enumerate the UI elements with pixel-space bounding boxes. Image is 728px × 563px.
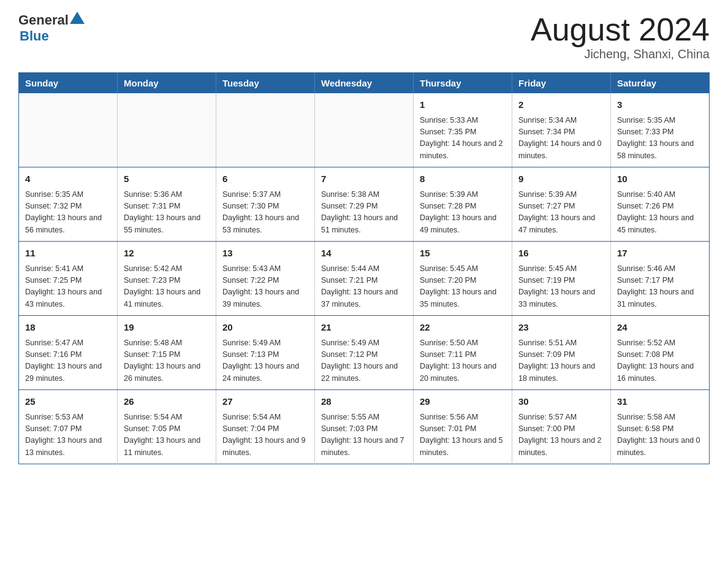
calendar-cell: 15Sunrise: 5:45 AM Sunset: 7:20 PM Dayli…: [414, 242, 512, 316]
day-number: 6: [222, 172, 308, 186]
calendar-cell: 26Sunrise: 5:54 AM Sunset: 7:05 PM Dayli…: [118, 390, 216, 464]
calendar-table: SundayMondayTuesdayWednesdayThursdayFrid…: [18, 72, 710, 464]
day-number: 11: [25, 247, 111, 261]
calendar-cell: 18Sunrise: 5:47 AM Sunset: 7:16 PM Dayli…: [19, 316, 118, 390]
day-info: Sunrise: 5:46 AM Sunset: 7:17 PM Dayligh…: [617, 263, 703, 311]
logo: General Blue: [18, 12, 85, 44]
calendar-cell: 19Sunrise: 5:48 AM Sunset: 7:15 PM Dayli…: [118, 316, 216, 390]
calendar-cell: [19, 93, 118, 167]
logo-triangle-icon: [70, 12, 85, 24]
calendar-cell: 13Sunrise: 5:43 AM Sunset: 7:22 PM Dayli…: [216, 242, 315, 316]
calendar-cell: 8Sunrise: 5:39 AM Sunset: 7:28 PM Daylig…: [414, 167, 512, 242]
calendar-cell: 2Sunrise: 5:34 AM Sunset: 7:34 PM Daylig…: [512, 93, 611, 167]
day-info: Sunrise: 5:57 AM Sunset: 7:00 PM Dayligh…: [518, 412, 604, 459]
calendar-cell: 4Sunrise: 5:35 AM Sunset: 7:32 PM Daylig…: [19, 167, 118, 242]
day-number: 17: [617, 247, 703, 261]
calendar-week-row: 1Sunrise: 5:33 AM Sunset: 7:35 PM Daylig…: [19, 93, 710, 167]
day-number: 29: [420, 395, 506, 409]
calendar-cell: 28Sunrise: 5:55 AM Sunset: 7:03 PM Dayli…: [315, 390, 414, 464]
calendar-cell: 31Sunrise: 5:58 AM Sunset: 6:58 PM Dayli…: [611, 390, 710, 464]
day-number: 12: [124, 247, 210, 261]
day-number: 28: [321, 395, 407, 409]
calendar-cell: 14Sunrise: 5:44 AM Sunset: 7:21 PM Dayli…: [315, 242, 414, 316]
day-info: Sunrise: 5:52 AM Sunset: 7:08 PM Dayligh…: [617, 337, 703, 385]
day-info: Sunrise: 5:58 AM Sunset: 6:58 PM Dayligh…: [617, 412, 703, 459]
day-info: Sunrise: 5:38 AM Sunset: 7:29 PM Dayligh…: [321, 189, 407, 237]
calendar-cell: [216, 93, 315, 167]
day-number: 1: [420, 98, 506, 112]
calendar-day-header: Tuesday: [216, 73, 315, 94]
day-info: Sunrise: 5:56 AM Sunset: 7:01 PM Dayligh…: [420, 412, 506, 459]
day-number: 14: [321, 247, 407, 261]
day-number: 10: [617, 172, 703, 186]
page-header: General Blue August 2024 Jicheng, Shanxi…: [18, 12, 710, 61]
calendar-day-header: Sunday: [19, 73, 118, 94]
day-number: 7: [321, 172, 407, 186]
day-number: 4: [25, 172, 111, 186]
calendar-cell: 27Sunrise: 5:54 AM Sunset: 7:04 PM Dayli…: [216, 390, 315, 464]
day-info: Sunrise: 5:33 AM Sunset: 7:35 PM Dayligh…: [420, 115, 506, 163]
calendar-day-header: Friday: [512, 73, 611, 94]
calendar-day-header: Monday: [118, 73, 216, 94]
calendar-week-row: 4Sunrise: 5:35 AM Sunset: 7:32 PM Daylig…: [19, 167, 710, 242]
day-number: 31: [617, 395, 703, 409]
calendar-week-row: 25Sunrise: 5:53 AM Sunset: 7:07 PM Dayli…: [19, 390, 710, 464]
calendar-cell: 3Sunrise: 5:35 AM Sunset: 7:33 PM Daylig…: [611, 93, 710, 167]
calendar-cell: 21Sunrise: 5:49 AM Sunset: 7:12 PM Dayli…: [315, 316, 414, 390]
day-info: Sunrise: 5:42 AM Sunset: 7:23 PM Dayligh…: [124, 263, 210, 311]
calendar-cell: 30Sunrise: 5:57 AM Sunset: 7:00 PM Dayli…: [512, 390, 611, 464]
day-info: Sunrise: 5:34 AM Sunset: 7:34 PM Dayligh…: [518, 115, 604, 163]
calendar-cell: 7Sunrise: 5:38 AM Sunset: 7:29 PM Daylig…: [315, 167, 414, 242]
calendar-day-header: Saturday: [611, 73, 710, 94]
page-title: August 2024: [531, 12, 710, 47]
day-info: Sunrise: 5:49 AM Sunset: 7:13 PM Dayligh…: [222, 337, 308, 385]
day-number: 24: [617, 321, 703, 335]
day-number: 30: [518, 395, 604, 409]
day-number: 18: [25, 321, 111, 335]
calendar-cell: 29Sunrise: 5:56 AM Sunset: 7:01 PM Dayli…: [414, 390, 512, 464]
day-number: 26: [124, 395, 210, 409]
day-number: 21: [321, 321, 407, 335]
calendar-header-row: SundayMondayTuesdayWednesdayThursdayFrid…: [19, 73, 710, 94]
calendar-cell: [118, 93, 216, 167]
day-info: Sunrise: 5:41 AM Sunset: 7:25 PM Dayligh…: [25, 263, 111, 311]
calendar-cell: 12Sunrise: 5:42 AM Sunset: 7:23 PM Dayli…: [118, 242, 216, 316]
calendar-cell: 24Sunrise: 5:52 AM Sunset: 7:08 PM Dayli…: [611, 316, 710, 390]
calendar-week-row: 11Sunrise: 5:41 AM Sunset: 7:25 PM Dayli…: [19, 242, 710, 316]
day-info: Sunrise: 5:43 AM Sunset: 7:22 PM Dayligh…: [222, 263, 308, 311]
calendar-cell: 9Sunrise: 5:39 AM Sunset: 7:27 PM Daylig…: [512, 167, 611, 242]
calendar-cell: 17Sunrise: 5:46 AM Sunset: 7:17 PM Dayli…: [611, 242, 710, 316]
calendar-cell: 23Sunrise: 5:51 AM Sunset: 7:09 PM Dayli…: [512, 316, 611, 390]
calendar-week-row: 18Sunrise: 5:47 AM Sunset: 7:16 PM Dayli…: [19, 316, 710, 390]
day-number: 25: [25, 395, 111, 409]
day-info: Sunrise: 5:50 AM Sunset: 7:11 PM Dayligh…: [420, 337, 506, 385]
day-number: 19: [124, 321, 210, 335]
title-block: August 2024 Jicheng, Shanxi, China: [531, 12, 710, 61]
day-info: Sunrise: 5:37 AM Sunset: 7:30 PM Dayligh…: [222, 189, 308, 237]
day-info: Sunrise: 5:51 AM Sunset: 7:09 PM Dayligh…: [518, 337, 604, 385]
calendar-cell: 25Sunrise: 5:53 AM Sunset: 7:07 PM Dayli…: [19, 390, 118, 464]
calendar-day-header: Wednesday: [315, 73, 414, 94]
day-info: Sunrise: 5:45 AM Sunset: 7:19 PM Dayligh…: [518, 263, 604, 311]
day-number: 5: [124, 172, 210, 186]
day-info: Sunrise: 5:54 AM Sunset: 7:05 PM Dayligh…: [124, 412, 210, 459]
day-number: 8: [420, 172, 506, 186]
day-number: 13: [222, 247, 308, 261]
calendar-day-header: Thursday: [414, 73, 512, 94]
calendar-cell: 1Sunrise: 5:33 AM Sunset: 7:35 PM Daylig…: [414, 93, 512, 167]
day-info: Sunrise: 5:35 AM Sunset: 7:32 PM Dayligh…: [25, 189, 111, 237]
day-info: Sunrise: 5:55 AM Sunset: 7:03 PM Dayligh…: [321, 412, 407, 459]
day-info: Sunrise: 5:54 AM Sunset: 7:04 PM Dayligh…: [222, 412, 308, 459]
day-number: 2: [518, 98, 604, 112]
day-info: Sunrise: 5:40 AM Sunset: 7:26 PM Dayligh…: [617, 189, 703, 237]
day-info: Sunrise: 5:39 AM Sunset: 7:27 PM Dayligh…: [518, 189, 604, 237]
day-number: 22: [420, 321, 506, 335]
day-number: 23: [518, 321, 604, 335]
calendar-cell: 22Sunrise: 5:50 AM Sunset: 7:11 PM Dayli…: [414, 316, 512, 390]
calendar-cell: 11Sunrise: 5:41 AM Sunset: 7:25 PM Dayli…: [19, 242, 118, 316]
calendar-cell: 6Sunrise: 5:37 AM Sunset: 7:30 PM Daylig…: [216, 167, 315, 242]
day-info: Sunrise: 5:45 AM Sunset: 7:20 PM Dayligh…: [420, 263, 506, 311]
logo-general-text: General: [18, 12, 69, 28]
day-info: Sunrise: 5:49 AM Sunset: 7:12 PM Dayligh…: [321, 337, 407, 385]
day-number: 20: [222, 321, 308, 335]
